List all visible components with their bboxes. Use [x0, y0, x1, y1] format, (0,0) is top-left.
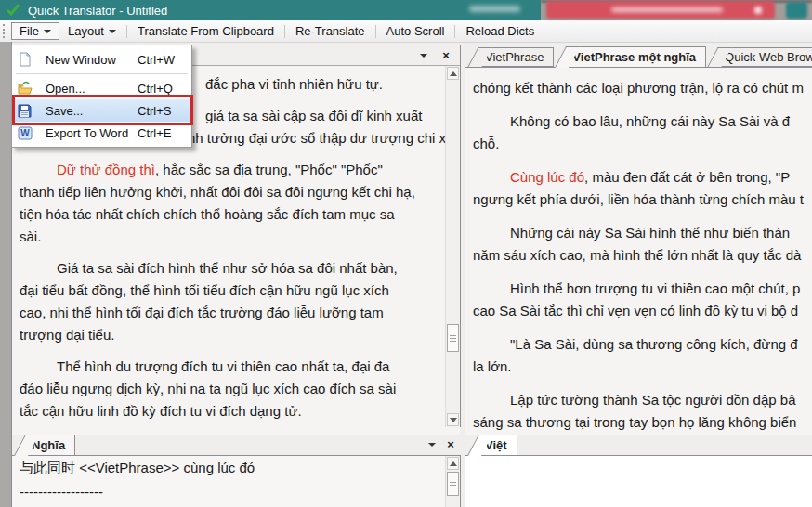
- text-line: Lập tức tường thành Sa tộc người dồn dập…: [465, 389, 812, 411]
- meaning-tab-row: Nghĩa ×: [13, 435, 461, 455]
- tab-nghia[interactable]: Nghĩa: [26, 435, 75, 456]
- viet-tab-row: Việt: [466, 435, 812, 455]
- viet-text-area[interactable]: [465, 456, 812, 507]
- text-line: trượng đại tiểu.: [12, 324, 460, 346]
- text-line: đáo liễu ngưng dịch kỳ, nhi na ta ngũ lụ…: [12, 378, 460, 400]
- text-line: [465, 211, 812, 222]
- highlighted-phrase: Dữ thử đồng thì: [57, 162, 155, 177]
- background-window-blur: [786, 2, 807, 19]
- menu-item-export-to-word[interactable]: W Export To Word Ctrl+E: [12, 122, 191, 144]
- chevron-down-icon: [428, 443, 436, 447]
- text-line: Hình thể hơn trượng tu vi thiên cao một …: [465, 278, 812, 300]
- menu-separator: [284, 25, 285, 38]
- scroll-down-button[interactable]: [447, 413, 459, 426]
- window-title: Quick Translator - Untitled: [28, 4, 167, 18]
- menu-re-translate[interactable]: Re-Translate: [287, 22, 373, 40]
- text-line: chóng kết thành các loại phương trận, lộ…: [465, 77, 812, 99]
- text-line: sài.: [12, 226, 460, 248]
- menu-separator: [126, 25, 127, 38]
- text-line: Giá ta sa sài đích hình thể như sở hóa s…: [12, 257, 460, 280]
- triangle-down-icon: [450, 418, 457, 422]
- text-line: thanh tiếp liên hưởng khởi, nhất đôi đôi…: [12, 181, 460, 203]
- menu-separator: [454, 25, 455, 38]
- chevron-down-icon: [109, 30, 116, 33]
- text-line: la lớn.: [465, 356, 812, 378]
- chevron-down-icon: [44, 30, 51, 33]
- menu-translate-from-clipboard[interactable]: Translate From Clipboard: [129, 22, 282, 40]
- menu-reload-dicts[interactable]: Reload Dicts: [457, 22, 543, 40]
- text-line: cao, nhi thể hình tối đại đích tắc trườn…: [12, 302, 460, 324]
- right-tab-row: VietPhrase VietPhrase một nghĩa Quick We…: [466, 46, 812, 67]
- text-line: [465, 378, 812, 389]
- menu-auto-scroll[interactable]: Auto Scroll: [378, 22, 453, 40]
- pane-close-button[interactable]: ×: [444, 438, 457, 451]
- scrollbar[interactable]: [445, 66, 460, 427]
- app-check-icon: [6, 3, 20, 19]
- text-line: năm sáu xích cao, mà hình thể lớn nhất l…: [465, 244, 812, 266]
- viet-pane: [465, 455, 812, 507]
- text-line: [465, 99, 812, 110]
- text-line: Cùng lúc đó, màu đen đất cát ở bên trong…: [465, 166, 812, 188]
- open-folder-icon: [18, 81, 36, 96]
- pane-close-button[interactable]: ×: [439, 49, 452, 62]
- pane-menu-button[interactable]: [417, 49, 430, 62]
- scroll-thumb[interactable]: [447, 324, 459, 352]
- triangle-up-icon: [450, 462, 457, 466]
- text-line: [12, 346, 460, 356]
- menu-item-save[interactable]: Save... Ctrl+S: [12, 99, 191, 122]
- text-line: cao Sa Sài tắc thì chỉ vẹn vẹn có linh đ…: [465, 300, 812, 322]
- text-line: tắc cận hữu linh đồ kỳ đích tu vi đích d…: [12, 400, 460, 422]
- menu-item-new-window[interactable]: New Window Ctrl+W: [12, 48, 191, 71]
- background-window-blur: [546, 1, 775, 19]
- save-icon: [18, 104, 36, 118]
- scrollbar[interactable]: [445, 456, 460, 507]
- text-line: ngưng kết phía dưới, liền hóa thành từng…: [465, 188, 812, 211]
- vietphrase-pane: chóng kết thành các loại phương trận, lộ…: [465, 67, 812, 427]
- tab-vietphrase[interactable]: VietPhrase: [479, 47, 554, 67]
- meaning-text-area[interactable]: 与此同时 <<VietPhrase>> cùng lúc đó---------…: [12, 456, 460, 507]
- chevron-down-icon: [420, 54, 427, 58]
- text-line: tiện hóa tác nhất chích chích thổ hoàng …: [12, 203, 460, 226]
- title-bar-app: Quick Translator - Untitled: [0, 0, 541, 20]
- menu-bar: File Layout Translate From Clipboard Re-…: [0, 20, 812, 43]
- text-line: Thể hình du trượng đích tu vi thiên cao …: [12, 356, 460, 378]
- text-line: [465, 322, 812, 333]
- file-dropdown-menu: New Window Ctrl+W Open... Ctrl+Q Save...…: [11, 45, 192, 148]
- word-icon: W: [18, 126, 36, 140]
- tab-viet[interactable]: Việt: [479, 435, 517, 456]
- background-window-blur: [469, 6, 520, 12]
- text-line: chỗ.: [465, 133, 812, 155]
- text-line: ------------------: [12, 480, 460, 504]
- menu-separator: [375, 25, 376, 38]
- vietphrase-text-area[interactable]: chóng kết thành các loại phương trận, lộ…: [465, 68, 812, 436]
- text-line: sáng sa thương tại trong tay bọn họ lăng…: [465, 411, 812, 434]
- text-line: Không có bao lâu, những cái này Sa Sài v…: [465, 110, 812, 133]
- tab-vietphrase-mot-nghia[interactable]: VietPhrase một nghĩa: [567, 46, 706, 68]
- title-bar: Quick Translator - Untitled: [0, 0, 812, 20]
- new-document-icon: [18, 52, 36, 67]
- tab-quick-web-browser[interactable]: Quick Web Browser: [719, 47, 812, 67]
- menu-item-open[interactable]: Open... Ctrl+Q: [12, 77, 191, 99]
- text-line: "Là Sa Sài, dùng sa thương công kích, đừ…: [465, 333, 812, 356]
- close-icon: ×: [442, 49, 450, 62]
- svg-text:W: W: [20, 128, 30, 138]
- scroll-thumb[interactable]: [447, 472, 459, 496]
- text-line: [12, 248, 460, 257]
- app-window: Quick Translator - Untitled File Layout …: [0, 0, 812, 507]
- triangle-up-icon: [450, 72, 457, 76]
- close-icon: ×: [447, 438, 454, 451]
- scroll-up-button[interactable]: [447, 67, 459, 80]
- text-line: Dữ thử đồng thì, hắc sắc sa địa trung, "…: [12, 159, 460, 181]
- text-line: [12, 150, 460, 159]
- scroll-up-button[interactable]: [447, 457, 459, 470]
- highlighted-phrase: Cùng lúc đó: [510, 169, 584, 185]
- text-line: [465, 155, 812, 166]
- text-line: [465, 266, 812, 278]
- toolbar-grip[interactable]: [3, 24, 7, 38]
- meaning-pane: 与此同时 <<VietPhrase>> cùng lúc đó---------…: [11, 455, 461, 507]
- menu-layout[interactable]: Layout: [59, 22, 124, 40]
- menu-separator: [16, 73, 188, 74]
- text-line: đại tiểu bất đồng, thể hình tối tiểu đíc…: [12, 280, 460, 302]
- menu-file[interactable]: File: [11, 22, 59, 40]
- pane-menu-button[interactable]: [426, 438, 439, 451]
